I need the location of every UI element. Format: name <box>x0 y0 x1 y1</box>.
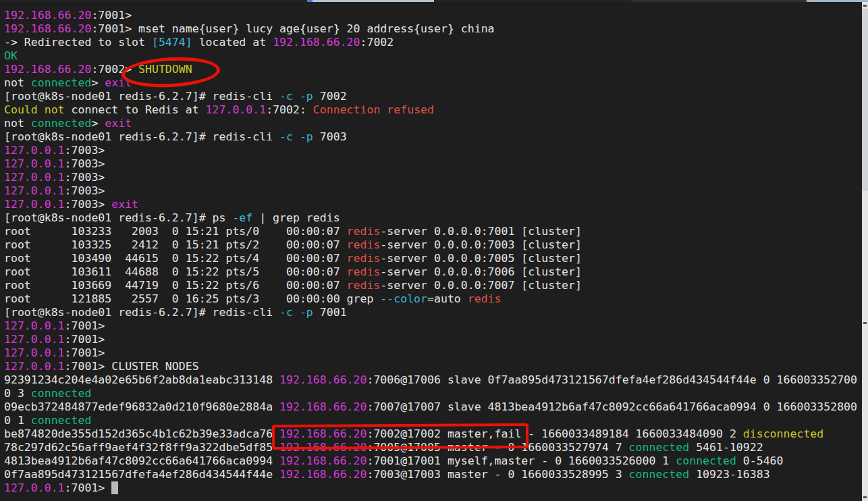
terminal-line: 127.0.0.1:7001> CLUSTER NODES <box>4 360 862 373</box>
terminal-prompt-line[interactable]: 127.0.0.1:7001> <box>4 481 862 495</box>
terminal-line: root 103669 44719 0 15:22 pts/6 00:00:07… <box>4 279 862 292</box>
terminal-line: 0f7aa895d473121567dfefa4ef286d434544f44e… <box>4 468 862 481</box>
terminal-line: 127.0.0.1:7003> <box>4 171 862 184</box>
background-window-edge <box>0 0 868 2</box>
background-window-fragment <box>807 0 868 2</box>
terminal-line: not connected> exit <box>4 76 862 90</box>
terminal-line: root 103490 44615 0 15:22 pts/4 00:00:07… <box>4 252 862 265</box>
terminal-line: 127.0.0.1:7001> <box>4 346 862 360</box>
terminal-cursor <box>111 481 118 494</box>
terminal-line: 127.0.0.1:7003> exit <box>4 198 862 211</box>
terminal-line: [root@k8s-node01 redis-6.2.7]# redis-cli… <box>4 306 862 319</box>
terminal-line: 192.168.66.20:7001> <box>4 9 862 22</box>
terminal-line: 127.0.0.1:7001> <box>4 319 862 333</box>
terminal-line: Could not connect to Redis at 127.0.0.1:… <box>4 103 862 117</box>
terminal-line: [root@k8s-node01 redis-6.2.7]# redis-cli… <box>4 130 862 144</box>
terminal-line: 0 3 connected <box>4 387 862 400</box>
terminal-line: 78c297d62c56aff9aef4f32f8ff9a322dbe5df85… <box>4 441 862 454</box>
terminal-line: root 103611 44688 0 15:22 pts/5 00:00:07… <box>4 265 862 279</box>
terminal-line: root 103233 2003 0 15:21 pts/0 00:00:07 … <box>4 225 862 238</box>
scrollbar[interactable] <box>862 0 868 501</box>
terminal-line: OK <box>4 49 862 63</box>
terminal-line: 92391234c204e4a02e65b6f2ab8da1eabc313148… <box>4 373 862 387</box>
terminal-line: 127.0.0.1:7003> <box>4 157 862 171</box>
terminal-line: [root@k8s-node01 redis-6.2.7]# redis-cli… <box>4 90 862 103</box>
terminal-line: be874820de355d152d365c4b1c62b39e33adca76… <box>4 427 862 441</box>
terminal-line: 127.0.0.1:7003> <box>4 184 862 198</box>
scrollbar-mark-bottom <box>863 496 867 498</box>
terminal-line: 127.0.0.1:7003> <box>4 144 862 157</box>
terminal-line: 192.168.66.20:7002> SHUTDOWN <box>4 63 862 76</box>
terminal-line: -> Redirected to slot [5474] located at … <box>4 36 862 49</box>
terminal-line: 0 1 connected <box>4 414 862 427</box>
background-window-fragment <box>313 0 434 2</box>
terminal[interactable]: 192.168.66.20:7001>192.168.66.20:7001> m… <box>0 0 862 501</box>
background-window-fragment <box>631 0 807 2</box>
terminal-line: root 121885 2557 0 16:25 pts/3 00:00:00 … <box>4 292 862 306</box>
scrollbar-mark-top <box>863 5 867 7</box>
scrollbar-thumb[interactable] <box>862 9 868 190</box>
terminal-line: 192.168.66.20:7001> mset name{user} lucy… <box>4 22 862 36</box>
scrollbar-mark-middle <box>863 322 867 324</box>
terminal-line: not connected> exit <box>4 117 862 130</box>
terminal-line: 4813bea4912b6af47c8092cc66a641766aca0994… <box>4 454 862 468</box>
terminal-line: 127.0.0.1:7001> <box>4 333 862 346</box>
background-window-fragment <box>307 0 313 2</box>
terminal-line: [root@k8s-node01 redis-6.2.7]# ps -ef | … <box>4 211 862 225</box>
terminal-line: 09ecb372484877edef96832a0d210f9680e2884a… <box>4 400 862 414</box>
terminal-line: root 103325 2412 0 15:21 pts/2 00:00:07 … <box>4 238 862 252</box>
